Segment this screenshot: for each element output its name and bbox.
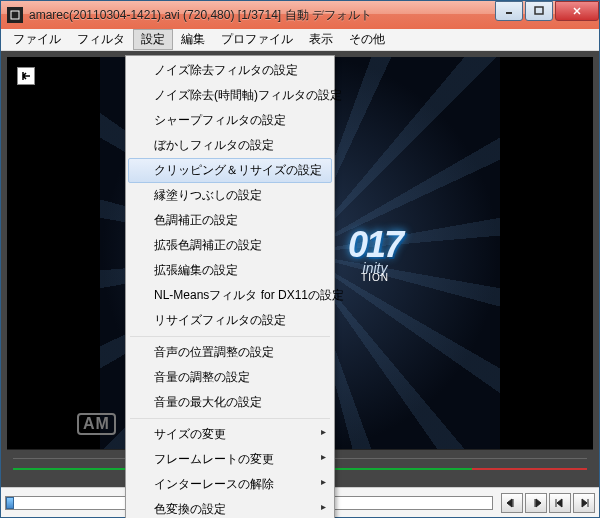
minimize-button[interactable] <box>495 1 523 21</box>
svg-rect-2 <box>535 7 543 14</box>
svg-rect-0 <box>11 11 19 19</box>
dropdown-item[interactable]: リサイズフィルタの設定 <box>128 308 332 333</box>
last-frame-button[interactable] <box>573 493 595 513</box>
watermark: AM <box>77 413 116 435</box>
dropdown-item[interactable]: ノイズ除去(時間軸)フィルタの設定 <box>128 83 332 108</box>
menu-6[interactable]: その他 <box>341 29 393 50</box>
dropdown-item[interactable]: NL-Meansフィルタ for DX11の設定 <box>128 283 332 308</box>
maximize-button[interactable] <box>525 1 553 21</box>
prev-frame-button[interactable] <box>501 493 523 513</box>
dropdown-item[interactable]: ぼかしフィルタの設定 <box>128 133 332 158</box>
dropdown-item[interactable]: 音声の位置調整の設定 <box>128 340 332 365</box>
menu-5[interactable]: 表示 <box>301 29 341 50</box>
seek-start-button[interactable] <box>17 67 35 85</box>
dropdown-item[interactable]: 色変換の設定 <box>128 497 332 518</box>
dropdown-separator <box>130 336 330 337</box>
dropdown-item[interactable]: 音量の最大化の設定 <box>128 390 332 415</box>
dropdown-item[interactable]: 拡張色調補正の設定 <box>128 233 332 258</box>
window-title: amarec(20110304-1421).avi (720,480) [1/3… <box>29 7 493 24</box>
dropdown-item[interactable]: サイズの変更 <box>128 422 332 447</box>
menu-2[interactable]: 設定 <box>133 29 173 50</box>
dropdown-item[interactable]: ノイズ除去フィルタの設定 <box>128 58 332 83</box>
menu-4[interactable]: プロファイル <box>213 29 301 50</box>
seek-thumb[interactable] <box>6 497 14 509</box>
dropdown-item[interactable]: 縁塗りつぶしの設定 <box>128 183 332 208</box>
menu-1[interactable]: フィルタ <box>69 29 133 50</box>
dropdown-item[interactable]: インターレースの解除 <box>128 472 332 497</box>
close-button[interactable] <box>555 1 599 21</box>
menubar: ファイルフィルタ設定編集プロファイル表示その他 <box>1 29 599 51</box>
menu-3[interactable]: 編集 <box>173 29 213 50</box>
settings-dropdown: ノイズ除去フィルタの設定ノイズ除去(時間軸)フィルタの設定シャープフィルタの設定… <box>125 55 335 518</box>
first-frame-button[interactable] <box>549 493 571 513</box>
dropdown-item[interactable]: 拡張編集の設定 <box>128 258 332 283</box>
next-frame-button[interactable] <box>525 493 547 513</box>
menu-0[interactable]: ファイル <box>5 29 69 50</box>
app-icon <box>7 7 23 23</box>
dropdown-item[interactable]: 音量の調整の設定 <box>128 365 332 390</box>
dropdown-item[interactable]: 色調補正の設定 <box>128 208 332 233</box>
dropdown-item[interactable]: シャープフィルタの設定 <box>128 108 332 133</box>
game-logo-edition: TION <box>348 272 402 283</box>
dropdown-item[interactable]: フレームレートの変更 <box>128 447 332 472</box>
dropdown-item[interactable]: クリッピング＆リサイズの設定 <box>128 158 332 183</box>
window-controls <box>493 1 599 21</box>
titlebar: amarec(20110304-1421).avi (720,480) [1/3… <box>1 1 599 29</box>
dropdown-separator <box>130 418 330 419</box>
